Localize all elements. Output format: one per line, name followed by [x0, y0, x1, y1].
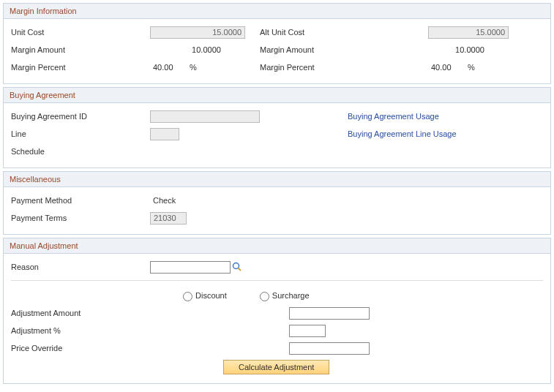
buying-line-field[interactable] — [150, 128, 179, 140]
manual-section: Manual Adjustment Reason Discount — [3, 238, 551, 384]
unit-cost-field[interactable] — [150, 26, 245, 39]
margin-header: Margin Information — [4, 4, 550, 19]
lookup-icon[interactable] — [232, 262, 242, 272]
footer-links: Order Entry Shipment Schedules Price Det… — [0, 387, 554, 392]
reason-label: Reason — [11, 263, 150, 271]
calculate-button[interactable]: Calculate Adjustment — [223, 360, 329, 374]
discount-radio-wrap[interactable]: Discount — [179, 290, 227, 301]
reason-field[interactable] — [150, 261, 231, 274]
surcharge-label: Surcharge — [272, 291, 310, 300]
percent-sign-1: % — [187, 63, 260, 72]
alt-unit-cost-label: Alt Unit Cost — [260, 28, 428, 37]
adj-pct-label: Adjustment % — [11, 326, 289, 335]
svg-line-1 — [239, 268, 242, 271]
misc-header: Miscellaneous — [4, 172, 550, 187]
margin-amount-label: Margin Amount — [11, 45, 150, 54]
buying-usage-link[interactable]: Buying Agreement Usage — [348, 112, 439, 121]
buying-line-label: Line — [11, 129, 150, 138]
discount-radio[interactable] — [183, 292, 192, 301]
payment-method-value: Check — [150, 196, 176, 205]
margin-percent-label: Margin Percent — [11, 63, 150, 72]
divider — [11, 280, 543, 281]
payment-method-label: Payment Method — [11, 196, 150, 205]
buying-body: Buying Agreement ID Buying Agreement Usa… — [4, 103, 550, 167]
adj-amount-field[interactable] — [289, 307, 370, 320]
buying-id-field[interactable] — [150, 110, 260, 123]
payment-terms-field[interactable] — [150, 212, 187, 225]
surcharge-radio-wrap[interactable]: Surcharge — [256, 290, 310, 301]
margin-body: Unit Cost Alt Unit Cost Margin Amount 10… — [4, 19, 550, 83]
alt-margin-percent-value: 40.00 — [428, 63, 465, 72]
payment-terms-label: Payment Terms — [11, 214, 150, 222]
price-override-label: Price Override — [11, 344, 289, 353]
adj-pct-field[interactable] — [289, 325, 326, 337]
alt-margin-percent-label: Margin Percent — [260, 63, 428, 72]
misc-section: Miscellaneous Payment Method Check Payme… — [3, 171, 551, 235]
surcharge-radio[interactable] — [260, 292, 269, 301]
buying-schedule-label: Schedule — [11, 147, 150, 156]
alt-margin-amount-value: 10.0000 — [428, 45, 509, 54]
misc-body: Payment Method Check Payment Terms — [4, 187, 550, 234]
buying-section: Buying Agreement Buying Agreement ID Buy… — [3, 87, 551, 168]
margin-section: Margin Information Unit Cost Alt Unit Co… — [3, 3, 551, 84]
buying-header: Buying Agreement — [4, 88, 550, 103]
manual-header: Manual Adjustment — [4, 238, 550, 254]
discount-label: Discount — [195, 291, 227, 300]
svg-point-0 — [233, 263, 239, 269]
manual-body: Reason Discount Surcharge — [4, 254, 550, 383]
margin-amount-value: 10.0000 — [150, 45, 260, 54]
alt-margin-amount-label: Margin Amount — [260, 45, 428, 54]
price-override-field[interactable] — [289, 342, 370, 355]
percent-sign-2: % — [465, 63, 475, 72]
adj-amount-label: Adjustment Amount — [11, 309, 289, 317]
buying-line-usage-link[interactable]: Buying Agreement Line Usage — [348, 129, 457, 138]
alt-unit-cost-field[interactable] — [428, 26, 509, 39]
buying-id-label: Buying Agreement ID — [11, 112, 150, 121]
unit-cost-label: Unit Cost — [11, 28, 150, 37]
margin-percent-value: 40.00 — [150, 63, 187, 72]
